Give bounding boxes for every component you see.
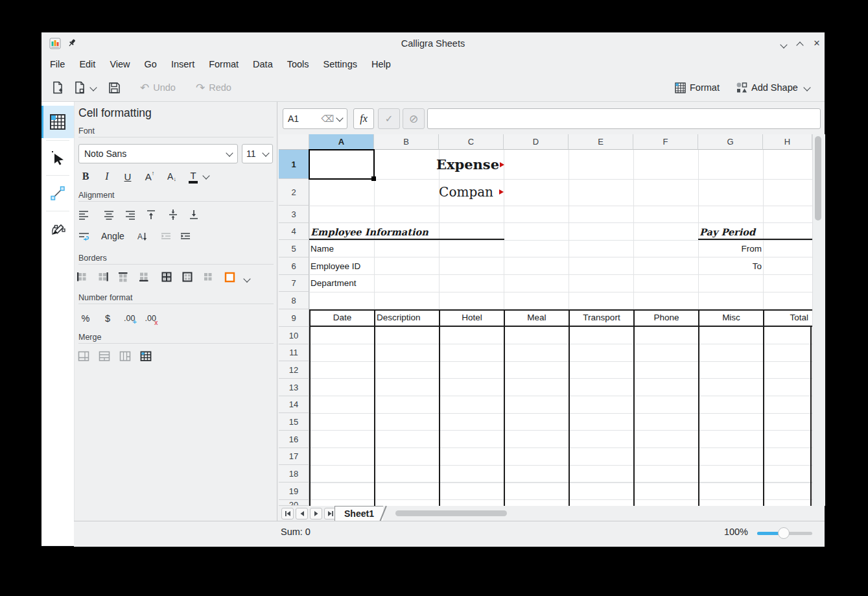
row-header-4[interactable]: 4 xyxy=(279,223,309,240)
previous-sheet-button[interactable] xyxy=(296,508,308,519)
row-header-20[interactable]: 20 xyxy=(279,500,309,506)
menu-edit[interactable]: Edit xyxy=(72,54,102,74)
percent-format-button[interactable]: % xyxy=(79,311,92,326)
grow-font-button[interactable]: A↑ xyxy=(142,169,158,184)
increase-precision-button[interactable]: .00 + xyxy=(123,311,140,326)
merge-vertical-button[interactable] xyxy=(119,351,131,362)
column-header-f[interactable]: F xyxy=(633,134,698,150)
row-header-6[interactable]: 6 xyxy=(279,257,309,275)
header-meal[interactable]: Meal xyxy=(504,311,569,326)
row-header-2[interactable]: 2 xyxy=(279,179,309,206)
all-borders-button[interactable] xyxy=(161,272,172,282)
zoom-slider-thumb[interactable] xyxy=(778,527,790,539)
row-header-10[interactable]: 10 xyxy=(279,327,309,344)
vertical-text-button[interactable]: A xyxy=(136,231,148,243)
row-header-16[interactable]: 16 xyxy=(279,431,309,448)
cell-g5-from[interactable]: From xyxy=(698,240,762,257)
cell-a6-employee-id[interactable]: Employee ID xyxy=(311,257,360,275)
cell-tool-button[interactable] xyxy=(41,106,74,138)
column-header-g[interactable]: G xyxy=(698,134,763,150)
cell-reference-combo[interactable]: A1 ⌫ xyxy=(283,108,347,129)
expense-table-header-row[interactable]: Date Description Hotel Meal Transport Ph… xyxy=(309,309,812,327)
merge-cells-button[interactable] xyxy=(78,351,89,362)
italic-button[interactable]: I xyxy=(100,169,113,184)
row-header-14[interactable]: 14 xyxy=(279,396,309,413)
border-top-button[interactable] xyxy=(118,272,128,282)
row-header-11[interactable]: 11 xyxy=(279,344,309,361)
row-header-18[interactable]: 18 xyxy=(279,465,309,483)
merge-horizontal-button[interactable] xyxy=(99,351,110,362)
add-shape-button[interactable]: Add Shape xyxy=(736,78,810,97)
underline-button[interactable]: U xyxy=(121,169,134,184)
sheet-tab-sheet1[interactable]: Sheet1 xyxy=(334,506,383,521)
cell-selection-a1[interactable] xyxy=(309,149,375,180)
line-tool-button[interactable] xyxy=(41,177,74,209)
angle-button[interactable]: Angle xyxy=(101,231,124,241)
header-transport[interactable]: Transport xyxy=(569,311,633,326)
menu-view[interactable]: View xyxy=(102,54,137,74)
cell-c1-expense[interactable]: Expense xyxy=(369,150,499,179)
horizontal-scrollbar-thumb[interactable] xyxy=(395,510,507,516)
font-size-select[interactable]: 11 xyxy=(242,144,273,163)
increase-indent-button[interactable] xyxy=(180,231,191,243)
align-bottom-button[interactable] xyxy=(188,209,200,221)
menu-tools[interactable]: Tools xyxy=(280,54,316,74)
format-button[interactable]: Format xyxy=(675,78,720,97)
header-misc[interactable]: Misc xyxy=(698,311,763,326)
cell-a7-department[interactable]: Department xyxy=(311,275,357,292)
column-header-h[interactable]: H xyxy=(763,134,812,150)
new-document-button[interactable] xyxy=(52,78,64,97)
header-total[interactable]: Total xyxy=(763,311,812,326)
selection-fill-handle[interactable] xyxy=(371,176,376,181)
dissociate-cells-button[interactable] xyxy=(140,351,152,362)
row-header-17[interactable]: 17 xyxy=(279,448,309,465)
close-button[interactable]: ✕ xyxy=(812,38,822,49)
header-phone[interactable]: Phone xyxy=(633,311,698,326)
cell-c2-company[interactable]: Compan xyxy=(364,179,493,206)
save-button[interactable] xyxy=(108,78,121,97)
menu-data[interactable]: Data xyxy=(246,54,280,74)
row-header-13[interactable]: 13 xyxy=(279,379,309,396)
row-header-9[interactable]: 9 xyxy=(279,309,309,327)
text-color-button[interactable]: T xyxy=(185,169,201,184)
row-header-7[interactable]: 7 xyxy=(279,275,309,292)
align-vcenter-button[interactable] xyxy=(167,209,179,221)
vertical-scrollbar-thumb[interactable] xyxy=(815,136,821,221)
align-center-button[interactable] xyxy=(103,209,115,221)
chevron-down-icon[interactable] xyxy=(336,114,343,121)
header-date[interactable]: Date xyxy=(309,311,374,326)
row-header-3[interactable]: 3 xyxy=(279,206,309,223)
minimize-button[interactable] xyxy=(779,38,790,49)
align-right-button[interactable] xyxy=(124,209,136,221)
column-header-e[interactable]: E xyxy=(569,134,633,150)
menu-insert[interactable]: Insert xyxy=(164,54,202,74)
row-header-5[interactable]: 5 xyxy=(279,240,309,257)
first-sheet-button[interactable] xyxy=(281,508,294,519)
header-description[interactable]: Description xyxy=(374,311,439,326)
menu-go[interactable]: Go xyxy=(137,54,164,74)
formula-input[interactable] xyxy=(427,108,821,129)
column-header-d[interactable]: D xyxy=(504,134,569,150)
row-header-8[interactable]: 8 xyxy=(279,292,309,309)
row-header-15[interactable]: 15 xyxy=(279,413,309,431)
cell-a5-name[interactable]: Name xyxy=(311,240,334,257)
open-document-button[interactable] xyxy=(74,78,96,97)
border-left-button[interactable] xyxy=(76,272,87,282)
border-bottom-button[interactable] xyxy=(139,272,149,282)
cell-a4-employee-information[interactable]: Employee Information xyxy=(311,223,428,240)
wrap-text-button[interactable] xyxy=(78,231,91,243)
border-options-chevron-icon[interactable] xyxy=(243,275,250,282)
select-all-corner[interactable] xyxy=(279,134,309,150)
clear-reference-icon[interactable]: ⌫ xyxy=(321,113,334,124)
formula-button[interactable]: fx xyxy=(353,108,374,129)
column-header-b[interactable]: B xyxy=(374,134,439,150)
column-header-a[interactable]: A xyxy=(309,134,374,150)
titlebar[interactable]: Calligra Sheets ✕ xyxy=(41,32,825,54)
open-recent-chevron-icon[interactable] xyxy=(89,84,97,91)
row-header-1[interactable]: 1 xyxy=(279,150,309,179)
path-edit-tool-button[interactable] xyxy=(41,213,74,245)
align-left-button[interactable] xyxy=(78,209,89,221)
bold-button[interactable]: B xyxy=(79,169,92,184)
font-family-select[interactable]: Noto Sans xyxy=(78,144,238,163)
add-shape-chevron-icon[interactable] xyxy=(803,84,810,91)
